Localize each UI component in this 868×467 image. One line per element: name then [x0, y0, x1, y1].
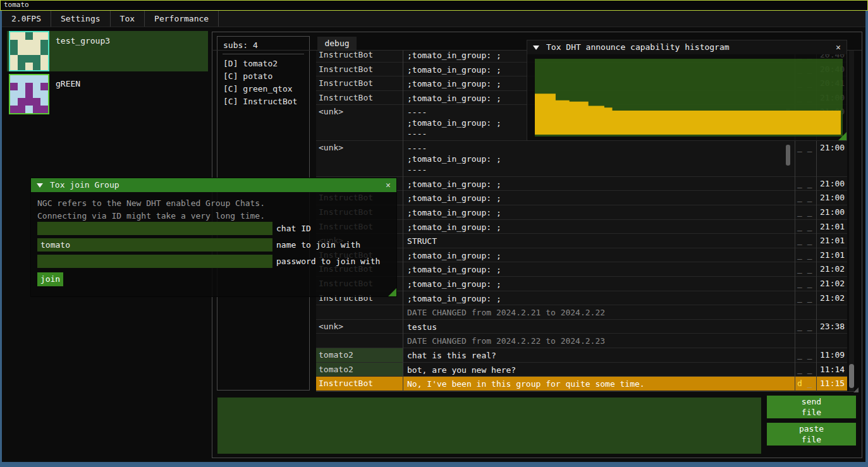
name-input-label: name to join with [276, 240, 360, 250]
tab-debug[interactable]: debug [317, 37, 357, 50]
menu-item-performance[interactable]: Performance [145, 11, 219, 27]
menu-item-tox[interactable]: Tox [111, 11, 145, 27]
message-row[interactable]: <unk>---- ;tomato_in_group: ; ----_ _21:… [316, 141, 847, 177]
avatar-pixel [10, 98, 18, 106]
message-cell: ;tomato_in_group: ; [407, 279, 793, 289]
avatar-pixel [40, 40, 48, 47]
status-cell: _ _ [797, 279, 812, 288]
message-row[interactable]: InstructBotNo, I've been in this group f… [316, 377, 847, 391]
password-input[interactable] [37, 255, 272, 268]
status-cell: _ _ [797, 350, 812, 360]
status-cell: _ _ [797, 322, 812, 331]
menu-bar: 2.0FPSSettingsToxPerformance [2, 11, 865, 27]
histogram-window: Tox DHT announce capability histogram ✕ [527, 40, 847, 141]
menu-item-2-0fps: 2.0FPS [2, 11, 51, 27]
avatar-pixel [33, 90, 40, 98]
paste-file-button[interactable]: paste file [767, 423, 856, 446]
time-cell: 23:38 [820, 322, 845, 331]
message-row[interactable]: DATE CHANGED from 2024.2.22 to 2024.2.23 [316, 334, 847, 348]
message-row[interactable]: tomato2chat is this real?_ _11:09 [316, 348, 847, 363]
avatar-pixel [33, 55, 40, 63]
table-resize-grip[interactable] [853, 387, 859, 392]
message-cell: testus [407, 322, 793, 332]
avatar-pixel [40, 47, 48, 55]
avatar-pixel [33, 63, 40, 70]
histogram-window-titlebar[interactable]: Tox DHT announce capability histogram ✕ [527, 40, 847, 54]
time-cell: 11:14 [820, 365, 845, 374]
group-name: gREEN [56, 79, 80, 88]
sender-cell: InstructBot [319, 64, 401, 74]
histogram-window-title: Tox DHT announce capability histogram [546, 40, 730, 54]
message-cell: ;tomato_in_group: ; [407, 264, 793, 275]
join-button[interactable]: join [37, 272, 63, 286]
avatar-pixel [10, 75, 18, 83]
status-cell: _ _ [797, 264, 812, 274]
join-info-line: Connecting via ID might take a very long… [37, 211, 265, 221]
sender-cell: InstructBot [319, 51, 401, 59]
avatar-pixel [33, 40, 40, 47]
resize-grip[interactable] [388, 288, 396, 296]
close-icon[interactable]: ✕ [833, 42, 843, 52]
join-window-titlebar[interactable]: Tox join Group ✕ [31, 178, 396, 192]
time-cell: 21:01 [820, 250, 845, 260]
avatar-pixel [40, 55, 48, 63]
sender-cell: InstructBot [319, 379, 401, 388]
avatar-pixel [10, 32, 18, 40]
name-input[interactable]: tomato [37, 238, 272, 252]
avatar-pixel [40, 98, 48, 106]
avatar-pixel [40, 63, 48, 70]
message-cell: ;tomato_in_group: ; [407, 222, 793, 233]
chat-scrollbar-thumb[interactable] [849, 364, 854, 388]
chat-scrollbar[interactable] [849, 51, 854, 391]
avatar-pixel [25, 55, 33, 63]
message-row[interactable]: DATE CHANGED from 2024.2.21 to 2024.2.22 [316, 305, 847, 320]
group-row-gREEN[interactable]: gREEN [7, 74, 208, 114]
menu-item-settings[interactable]: Settings [51, 11, 111, 27]
message-cell: ;tomato_in_group: ; [407, 207, 793, 218]
message-cell: ;tomato_in_group: ; [407, 179, 793, 190]
message-cell: bot, are you new here? [407, 365, 793, 375]
message-row[interactable]: tomato2bot, are you new here?_ _11:14 [316, 363, 847, 377]
message-cell: ;tomato_in_group: ; [407, 250, 793, 261]
delivered-mark: d [797, 379, 802, 388]
resize-grip[interactable] [838, 132, 847, 140]
date-changed-label: DATE CHANGED from 2024.2.21 to 2024.2.22 [407, 307, 793, 318]
histogram-window-body [527, 54, 847, 140]
time-cell: 21:00 [820, 143, 845, 152]
status-cell: _ _ [797, 222, 812, 231]
join-group-window: Tox join Group ✕ NGC refers to the New D… [30, 178, 397, 297]
avatar-pixel [25, 90, 33, 98]
collapse-icon[interactable] [533, 45, 539, 50]
time-cell: 21:02 [820, 279, 845, 288]
message-cell: No, I've been in this group for quite so… [407, 379, 793, 389]
message-cell: ---- ;tomato_in_group: ; ---- [407, 143, 793, 175]
sender-cell: tomato2 [319, 365, 401, 374]
collapse-icon[interactable] [37, 183, 43, 188]
sender-cell: InstructBot [319, 78, 401, 88]
histogram-bars [535, 59, 843, 136]
status-mark: _ [802, 379, 812, 388]
sender-cell: <unk> [319, 107, 401, 116]
send-file-button[interactable]: send file [767, 396, 856, 418]
histogram-plot [535, 59, 843, 136]
avatar-pixel [18, 90, 25, 98]
avatar-pixel [18, 40, 25, 47]
cell-scrollbar-thumb[interactable] [786, 145, 790, 166]
date-changed-label: DATE CHANGED from 2024.2.22 to 2024.2.23 [407, 336, 793, 346]
avatar-pixel [10, 63, 18, 70]
group-row-test_group3[interactable]: test_group3 [7, 31, 208, 71]
message-row[interactable]: <unk>testus_ _23:38 [316, 320, 847, 334]
avatar-pixel [18, 83, 25, 90]
avatar-pixel [18, 63, 25, 70]
join-window-title: Tox join Group [50, 178, 119, 192]
message-input[interactable] [217, 397, 761, 454]
avatar-pixel [18, 55, 25, 63]
status-cell: _ _ [797, 179, 812, 188]
column-separator [403, 51, 403, 391]
status-cell: _ _ [797, 250, 812, 260]
chat-id-input[interactable] [37, 222, 272, 235]
avatar-pixel [18, 75, 25, 83]
close-icon[interactable]: ✕ [383, 180, 393, 190]
avatar-pixel [18, 98, 25, 106]
avatar-pixel [40, 83, 48, 90]
